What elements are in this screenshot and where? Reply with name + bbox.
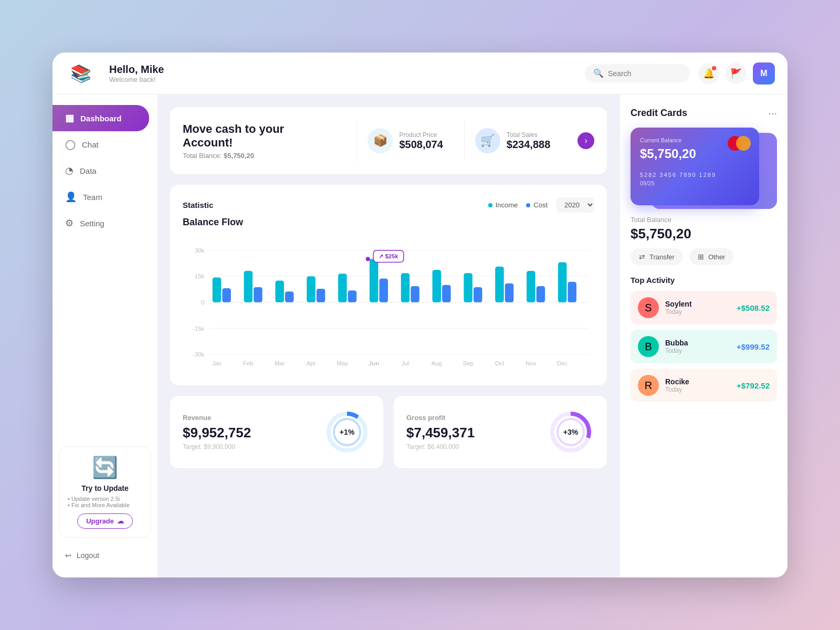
notification-dot xyxy=(712,66,716,70)
upgrade-card: 🔄 Try to Update Update verson 2.5i Fix a… xyxy=(59,446,151,538)
total-balance-label: Total Balance xyxy=(631,216,777,224)
svg-text:Jun: Jun xyxy=(369,360,379,366)
main-content: Move cash to your Account! Total Blance:… xyxy=(158,94,620,578)
rocike-name: Rocike xyxy=(665,377,689,386)
banner-arrow-button[interactable]: › xyxy=(578,132,594,149)
card-number: 5282 3456 7890 1289 xyxy=(640,172,750,178)
svg-rect-33 xyxy=(527,271,536,302)
product-price-value: $508,074 xyxy=(399,139,443,151)
activity-title: Top Activity xyxy=(631,276,777,285)
credit-cards-section: Credit Cards ··· Current Balance $ xyxy=(631,107,777,265)
sidebar-item-label-setting: Setting xyxy=(80,219,104,228)
svg-rect-19 xyxy=(348,290,357,302)
legend-cost: Cost xyxy=(526,201,548,209)
search-box[interactable]: 🔍 xyxy=(585,64,690,82)
svg-text:-15k: -15k xyxy=(193,326,204,332)
app-window: 📚 Hello, Mike Welcome back! 🔍 🔔 🚩 M xyxy=(52,52,788,578)
flag-button[interactable]: 🚩 xyxy=(726,63,747,84)
soylent-info: Soylent Today xyxy=(665,300,692,316)
rocike-date: Today xyxy=(665,386,689,393)
logout-icon: ↩ xyxy=(65,551,71,560)
legend-income-label: Income xyxy=(496,201,518,209)
other-button[interactable]: ⊞ Other xyxy=(689,248,734,265)
banner-card: Move cash to your Account! Total Blance:… xyxy=(170,107,607,174)
banner-total-sales-stat: 🛒 Total Sales $234,888 xyxy=(464,120,561,162)
right-panel: Credit Cards ··· Current Balance $ xyxy=(620,94,788,578)
sidebar-item-label-team: Team xyxy=(83,193,102,202)
chart-card: Statistic Income Cost xyxy=(170,185,607,385)
credit-card-stack: Current Balance $5,750,20 5282 3456 7890… xyxy=(631,128,777,212)
revenue-card: Revenue $9,952,752 Target: $9,900,000 xyxy=(170,396,383,468)
dashboard-icon: ▦ xyxy=(65,112,74,124)
logout-item[interactable]: ↩ Logout xyxy=(52,544,158,567)
svg-text:Jul: Jul xyxy=(402,360,409,366)
upgrade-button[interactable]: Upgrade ☁ xyxy=(77,513,133,529)
rocike-avatar: R xyxy=(638,375,659,396)
banner-balance-value: $5,750,20 xyxy=(224,152,254,160)
revenue-donut-label: +1% xyxy=(340,428,354,436)
rocike-amount: +$792.52 xyxy=(737,381,770,390)
sidebar-item-dashboard[interactable]: ▦ Dashboard xyxy=(52,105,149,131)
product-price-label: Product Price xyxy=(399,131,443,139)
sidebar-item-team[interactable]: 👤 Team xyxy=(52,184,149,210)
credit-cards-more-button[interactable]: ··· xyxy=(768,107,777,119)
activity-section: Top Activity S Soylent Today +$508.52 B xyxy=(631,276,777,407)
sidebar-item-label-chat: Chat xyxy=(82,140,99,149)
svg-rect-12 xyxy=(244,271,253,302)
header: 📚 Hello, Mike Welcome back! 🔍 🔔 🚩 M xyxy=(52,52,788,94)
revenue-text: Revenue $9,952,752 Target: $9,900,000 xyxy=(183,414,251,450)
svg-rect-15 xyxy=(285,291,294,302)
revenue-donut: +1% xyxy=(323,408,371,456)
header-icons: 🔔 🚩 M xyxy=(698,62,775,85)
svg-rect-30 xyxy=(474,287,482,302)
gross-profit-value: $7,459,371 xyxy=(406,425,475,441)
credit-cards-header: Credit Cards ··· xyxy=(631,107,777,119)
other-label: Other xyxy=(708,253,726,261)
svg-rect-36 xyxy=(568,282,576,302)
svg-text:Mar: Mar xyxy=(275,360,285,366)
bubba-amount: +$999.52 xyxy=(737,342,770,351)
search-icon: 🔍 xyxy=(593,68,604,78)
sidebar-item-chat[interactable]: ◯ Chat xyxy=(52,131,149,158)
svg-rect-11 xyxy=(222,288,231,302)
svg-text:Apr: Apr xyxy=(307,360,316,366)
activity-item-soylent: S Soylent Today +$508.52 xyxy=(631,291,777,324)
logout-label: Logout xyxy=(77,551,99,560)
soylent-amount: +$508.52 xyxy=(737,303,770,312)
sidebar-item-data[interactable]: ◔ Data xyxy=(52,158,149,184)
year-select[interactable]: 2020 2021 2022 xyxy=(556,197,594,213)
bottom-cards: Revenue $9,952,752 Target: $9,900,000 xyxy=(170,396,607,468)
svg-text:Jan: Jan xyxy=(212,360,222,366)
svg-text:-30k: -30k xyxy=(193,351,204,358)
bubba-name: Bubba xyxy=(665,339,688,347)
total-balance-value: $5,750,20 xyxy=(631,226,777,242)
svg-text:0: 0 xyxy=(201,299,204,306)
header-greeting: Hello, Mike Welcome back! xyxy=(109,64,164,83)
sidebar-item-setting[interactable]: ⚙ Setting xyxy=(52,210,149,236)
notification-bell-button[interactable]: 🔔 xyxy=(698,63,719,84)
transfer-button[interactable]: ⇄ Transfer xyxy=(631,248,683,265)
svg-rect-20 xyxy=(370,259,379,302)
search-input[interactable] xyxy=(608,69,681,78)
card-expiry: 09/25 xyxy=(640,180,750,186)
total-sales-icon: 🛒 xyxy=(475,128,500,153)
svg-rect-13 xyxy=(254,287,262,302)
svg-text:Feb: Feb xyxy=(243,360,254,366)
banner-title: Move cash to your Account! xyxy=(183,122,335,150)
soylent-avatar: S xyxy=(638,297,659,318)
svg-text:Oct: Oct xyxy=(495,360,505,366)
avatar[interactable]: M xyxy=(753,62,775,85)
card-current-balance-label: Current Balance xyxy=(640,137,750,143)
credit-cards-title: Credit Cards xyxy=(631,108,687,119)
rocike-info: Rocike Today xyxy=(665,377,689,393)
svg-rect-10 xyxy=(213,277,222,302)
gross-profit-label: Gross profit xyxy=(406,414,475,422)
activity-item-rocike: R Rocike Today +$792.52 xyxy=(631,369,777,402)
data-icon: ◔ xyxy=(65,165,74,176)
sidebar-item-label-dashboard: Dashboard xyxy=(80,114,121,123)
svg-text:30k: 30k xyxy=(195,247,205,254)
upgrade-bullet-1: Update verson 2.5i xyxy=(68,496,142,502)
greeting-name: Hello, Mike xyxy=(109,64,164,76)
upgrade-bullet-2: Fix and More Available xyxy=(68,502,142,508)
credit-card-front: Current Balance $5,750,20 5282 3456 7890… xyxy=(631,128,759,205)
